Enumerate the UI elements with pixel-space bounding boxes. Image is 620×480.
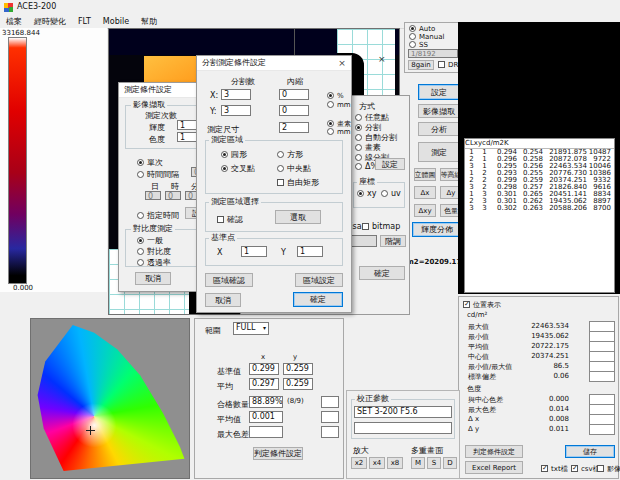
base-y-label: Y <box>281 248 286 257</box>
cie-horseshoe <box>33 322 186 474</box>
menu-item[interactable]: 幫助 <box>135 15 163 28</box>
pick-button[interactable]: 選取 <box>275 210 321 224</box>
table-row[interactable]: 33 0.3020.263 20588.2068700 <box>465 205 614 212</box>
interval-radio[interactable]: 時間間隔 <box>137 169 179 180</box>
menu-item[interactable]: Mobile <box>97 15 135 28</box>
img-checkbox[interactable]: 影像檔 <box>597 464 620 474</box>
calib-empty-field <box>354 422 452 434</box>
method-set-button[interactable]: 設定 <box>375 158 405 170</box>
app-title: ACE3-200 <box>17 2 56 11</box>
dxy-button[interactable]: Δxy <box>414 204 436 217</box>
range-judge-button[interactable]: 判定條件設定 <box>253 447 303 460</box>
single-radio[interactable]: 單次 <box>137 157 163 168</box>
cie-marker[interactable] <box>86 426 95 435</box>
split-cancel-button[interactable]: 取消 <box>205 293 241 307</box>
range-label: 範圍 <box>205 325 221 336</box>
area-confirm-button[interactable]: 區域確認 <box>205 273 253 287</box>
shutter-select[interactable]: 1/8192 <box>408 49 458 58</box>
center-radio[interactable]: 中央點 <box>277 163 311 174</box>
hour-field[interactable]: 0 <box>165 191 181 200</box>
zoom-button[interactable]: x4 <box>369 457 385 469</box>
dx-button[interactable]: Δx <box>414 186 436 199</box>
normal-radio[interactable]: 一般 <box>137 235 163 246</box>
settings-button[interactable]: 設定 <box>418 84 460 100</box>
stats-judge-button[interactable]: 判定條件設定 <box>465 445 523 458</box>
maxdiff-label: 最大色差 <box>217 429 249 440</box>
multi-button[interactable]: D <box>443 457 457 469</box>
measure-button[interactable]: 測定 <box>418 142 460 162</box>
y-div-field[interactable]: 3 <box>221 105 251 116</box>
stat-row: 與中心色差0.000 <box>459 394 619 404</box>
zoom-buttons: x2x4x8 <box>351 457 403 469</box>
base-y-field[interactable]: 1 <box>297 246 323 257</box>
csv-checkbox[interactable]: csv檔 <box>571 464 600 474</box>
y-inset-field[interactable]: 0 <box>279 105 309 116</box>
method-option[interactable]: 自動分割 <box>355 132 407 142</box>
ref-x-field[interactable]: 0.299 <box>249 363 279 375</box>
close-icon[interactable]: × <box>335 57 349 69</box>
analyze-button[interactable]: 分析 <box>418 122 460 136</box>
cond-cancel-button[interactable]: 取消 <box>135 272 171 285</box>
menu-item[interactable]: 經時變化 <box>28 15 72 28</box>
avgdiff-field: 0.001 <box>249 411 283 423</box>
excel-report-button[interactable]: Excel Report <box>465 461 523 474</box>
menu-item[interactable]: FLT <box>72 15 97 28</box>
split-ok-button[interactable]: 確定 <box>293 292 343 307</box>
tone-button[interactable]: 階調 <box>380 235 406 247</box>
method-option[interactable]: 任意點 <box>355 112 407 122</box>
auto-radio[interactable]: Auto <box>409 25 435 33</box>
pass-field: 88.89% <box>249 396 283 408</box>
base-x-field[interactable]: 1 <box>241 246 267 257</box>
pct-radio[interactable]: % <box>327 92 344 100</box>
trans-radio[interactable]: 透過率 <box>137 257 171 268</box>
child-close-icon[interactable]: × <box>378 54 386 64</box>
position-checkbox[interactable]: 位置表示 <box>463 300 501 310</box>
avg-x-field[interactable]: 0.297 <box>249 378 279 390</box>
ref-y-field[interactable]: 0.259 <box>283 363 313 375</box>
colorbar-min-label: 0.000 <box>13 284 33 292</box>
method-ok-button[interactable]: 確定 <box>359 266 405 280</box>
stat-row: 最大色差0.014 <box>459 404 619 414</box>
circle-radio[interactable]: 圓形 <box>221 149 247 160</box>
base-group-label: 基準点 <box>209 234 237 242</box>
day-field[interactable]: 0 <box>145 191 161 200</box>
area-select-label: 測定區域選擇 <box>209 198 261 206</box>
size-field[interactable]: 2 <box>279 122 309 133</box>
timed-radio[interactable]: 指定時間 <box>137 210 179 221</box>
multi-button[interactable]: S <box>427 457 441 469</box>
capture-group-label: 影像擷取 <box>131 101 167 109</box>
manual-radio[interactable]: Manual <box>409 33 444 41</box>
area-set-button[interactable]: 區域設定 <box>295 273 343 287</box>
zoom-button[interactable]: x8 <box>387 457 403 469</box>
range-select[interactable]: FULL▾ <box>233 322 269 335</box>
ss-radio[interactable]: SS <box>409 41 428 49</box>
view3d-button[interactable]: 立體圖 <box>414 168 436 181</box>
zoom-button[interactable]: x2 <box>351 457 367 469</box>
menu-item[interactable]: 檔案 <box>0 15 28 28</box>
x-div-field[interactable]: 3 <box>221 89 251 100</box>
dr-checkbox[interactable]: DR <box>438 61 458 69</box>
save-button[interactable]: 儲存 <box>565 445 615 458</box>
multi-button[interactable]: M <box>411 457 425 469</box>
method-option[interactable]: 畫素 <box>355 142 407 152</box>
gain-button[interactable]: 8gain <box>408 60 434 70</box>
mm-radio[interactable]: mm <box>327 101 351 109</box>
contrast-radio[interactable]: 對比度 <box>137 246 171 257</box>
cross-radio[interactable]: 交叉點 <box>221 163 255 174</box>
lum-dist-button[interactable]: 輝度分佈 <box>412 222 462 237</box>
coord-xy-radio[interactable]: xy <box>357 189 376 198</box>
measurement-table[interactable]: CLxycd/m2K 11 0.2940.254 21891.87510487 … <box>464 138 615 293</box>
bitmap-checkbox[interactable]: bitmap <box>362 222 400 231</box>
square-radio[interactable]: 方形 <box>277 149 303 160</box>
mm2-radio[interactable]: mm <box>327 128 351 136</box>
confirm-checkbox[interactable]: 確認 <box>217 214 243 225</box>
avg-y-field[interactable]: 0.259 <box>283 378 313 390</box>
freerect-checkbox[interactable]: 自由矩形 <box>277 177 319 188</box>
capture-button[interactable]: 影像擷取 <box>418 104 460 118</box>
coord-uv-radio[interactable]: uv <box>381 189 401 198</box>
txt-checkbox[interactable]: txt檔 <box>541 464 568 474</box>
method-option[interactable]: 分割 <box>355 122 407 132</box>
x-inset-field[interactable]: 0 <box>279 89 309 100</box>
contrast-group-label: 對比度測定 <box>131 225 175 233</box>
avgdiff-label: 平均值 <box>217 414 241 425</box>
